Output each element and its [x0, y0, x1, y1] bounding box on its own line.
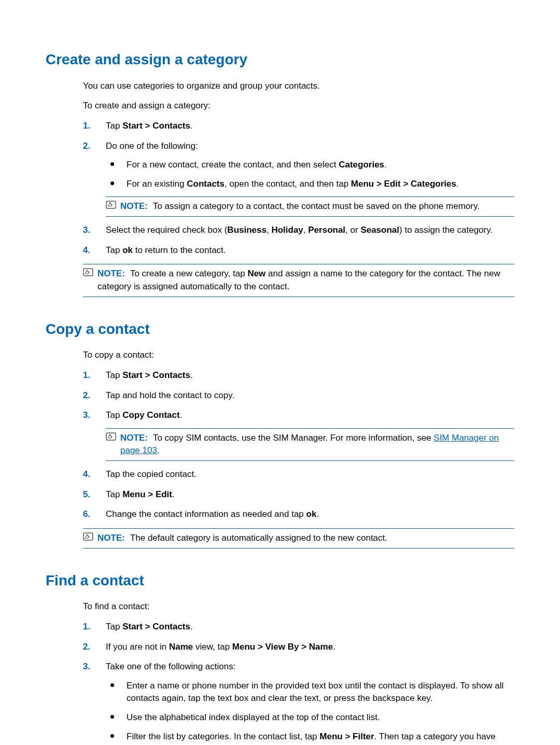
step-text: Tap Start > Contacts. — [106, 622, 193, 631]
bullet-item: For a new contact, create the contact, a… — [106, 159, 514, 172]
svg-rect-1 — [83, 269, 93, 276]
note-text: The default category is automatically as… — [130, 533, 387, 543]
step-text: Change the contact information as needed… — [106, 509, 319, 519]
step-text: Tap Start > Contacts. — [106, 121, 193, 131]
step-number: 3. — [83, 409, 90, 422]
step-item: 4. Tap ok to return to the contact. — [83, 244, 514, 257]
intro-text: To create and assign a category: — [83, 100, 514, 113]
step-item: 2. Do one of the following: For a new co… — [83, 140, 514, 217]
bullet-item: Enter a name or phone number in the prov… — [106, 680, 514, 705]
step-number: 5. — [83, 488, 90, 501]
step-number: 2. — [83, 389, 90, 402]
step-number: 2. — [83, 140, 90, 153]
step-text: If you are not in Name view, tap Menu > … — [106, 642, 335, 652]
step-number: 1. — [83, 369, 90, 382]
note-text: To assign a category to a contact, the c… — [153, 201, 480, 211]
step-number: 6. — [83, 508, 90, 521]
bullet-list: Enter a name or phone number in the prov… — [106, 680, 514, 745]
note-icon — [83, 268, 93, 276]
bullet-item: Use the alphabetical index displayed at … — [106, 711, 514, 724]
note-callout: NOTE:The default category is automatical… — [83, 528, 514, 549]
step-number: 4. — [83, 468, 90, 481]
ordered-steps: 1. Tap Start > Contacts. 2. Tap and hold… — [83, 369, 514, 521]
step-text: Tap and hold the contact to copy. — [106, 390, 234, 400]
step-text: Take one of the following actions: — [106, 662, 235, 671]
step-item: 3. Select the required check box (Busine… — [83, 224, 514, 237]
svg-rect-3 — [83, 533, 93, 540]
step-item: 1. Tap Start > Contacts. — [83, 120, 514, 133]
document-page: Create and assign a category You can use… — [0, 0, 560, 745]
svg-rect-0 — [106, 201, 116, 208]
step-text: Tap ok to return to the contact. — [106, 245, 226, 255]
step-text: Do one of the following: — [106, 141, 198, 151]
step-item: 6. Change the contact information as nee… — [83, 508, 514, 521]
svg-rect-2 — [106, 433, 116, 440]
step-item: 1. Tap Start > Contacts. — [83, 369, 514, 382]
step-item: 4. Tap the copied contact. — [83, 468, 514, 481]
bullet-item: Filter the list by categories. In the co… — [106, 730, 514, 745]
intro-text: To find a contact: — [83, 600, 514, 613]
heading-copy-contact: Copy a contact — [46, 319, 514, 340]
step-text: Tap Copy Contact. — [106, 410, 182, 420]
heading-create-assign-category: Create and assign a category — [46, 49, 514, 71]
note-label: NOTE: — [120, 201, 148, 211]
note-label: NOTE: — [97, 533, 125, 543]
step-item: 1. Tap Start > Contacts. — [83, 621, 514, 634]
heading-find-contact: Find a contact — [46, 570, 514, 592]
note-callout: NOTE:To assign a category to a contact, … — [106, 196, 514, 217]
step-number: 3. — [83, 224, 90, 237]
bullet-list: For a new contact, create the contact, a… — [106, 159, 514, 190]
step-item: 3. Tap Copy Contact. NOTE:To copy SIM co… — [83, 409, 514, 461]
note-text: To create a new category, tap New and as… — [97, 269, 500, 291]
bullet-item: For an existing Contacts, open the conta… — [106, 178, 514, 191]
intro-text: You can use categories to organize and g… — [83, 80, 514, 93]
step-text: Tap Menu > Edit. — [106, 489, 175, 499]
step-item: 2. Tap and hold the contact to copy. — [83, 389, 514, 402]
step-item: 2. If you are not in Name view, tap Menu… — [83, 641, 514, 654]
section-body: To find a contact: 1. Tap Start > Contac… — [83, 600, 514, 745]
note-text: To copy SIM contacts, use the SIM Manage… — [120, 433, 499, 456]
note-label: NOTE: — [97, 269, 125, 278]
note-callout: NOTE:To create a new category, tap New a… — [83, 264, 514, 297]
step-number: 3. — [83, 660, 90, 673]
step-text: Tap the copied contact. — [106, 469, 197, 479]
note-icon — [106, 432, 116, 440]
intro-text: To copy a contact: — [83, 349, 514, 362]
note-label: NOTE: — [120, 433, 148, 443]
step-item: 3. Take one of the following actions: En… — [83, 660, 514, 745]
ordered-steps: 1. Tap Start > Contacts. 2. Do one of th… — [83, 120, 514, 257]
section-body: To copy a contact: 1. Tap Start > Contac… — [83, 349, 514, 521]
note-callout: NOTE:To copy SIM contacts, use the SIM M… — [106, 428, 514, 461]
ordered-steps: 1. Tap Start > Contacts. 2. If you are n… — [83, 621, 514, 745]
step-item: 5. Tap Menu > Edit. — [83, 488, 514, 501]
note-icon — [83, 532, 93, 540]
step-number: 1. — [83, 120, 90, 133]
step-number: 2. — [83, 641, 90, 654]
step-number: 1. — [83, 621, 90, 634]
step-text: Tap Start > Contacts. — [106, 370, 193, 380]
step-text: Select the required check box (Business,… — [106, 225, 493, 235]
note-icon — [106, 200, 116, 208]
section-body: You can use categories to organize and g… — [83, 80, 514, 257]
step-number: 4. — [83, 244, 90, 257]
